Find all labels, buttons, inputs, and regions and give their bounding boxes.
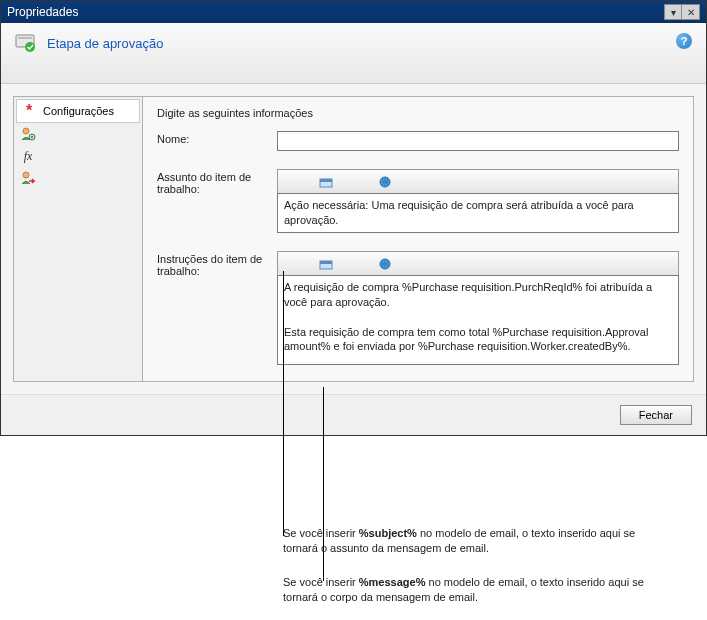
titlebar-controls: ▾ ✕ bbox=[664, 4, 700, 20]
name-input[interactable] bbox=[277, 131, 679, 151]
name-label: Nome: bbox=[157, 131, 267, 145]
callout-text: Se você inserir bbox=[283, 576, 359, 588]
header: Etapa de aprovação ? bbox=[1, 23, 706, 84]
sidebar-item-configurations[interactable]: * Configurações bbox=[16, 99, 140, 123]
callout-bold: %message% bbox=[359, 576, 426, 588]
insert-link-icon[interactable] bbox=[376, 256, 394, 272]
callout-subject: Se você inserir %subject% no modelo de e… bbox=[283, 526, 653, 556]
minimize-button[interactable]: ▾ bbox=[664, 4, 682, 20]
subject-row: Assunto do item de trabalho: bbox=[157, 169, 679, 233]
svg-point-2 bbox=[25, 42, 35, 52]
instructions-row: Instruções do item de trabalho: bbox=[157, 251, 679, 365]
sidebar-nav: * Configurações fx bbox=[13, 96, 143, 382]
sidebar-item-users[interactable] bbox=[16, 123, 140, 145]
properties-window: Propriedades ▾ ✕ Etapa de aprovação ? * bbox=[0, 0, 707, 436]
subject-toolbar bbox=[277, 169, 679, 193]
sidebar-item-fx[interactable]: fx bbox=[16, 145, 140, 167]
subject-textarea[interactable] bbox=[277, 193, 679, 233]
name-row: Nome: bbox=[157, 131, 679, 151]
titlebar: Propriedades ▾ ✕ bbox=[1, 1, 706, 23]
main-panel: Digite as seguintes informações Nome: As… bbox=[143, 96, 694, 382]
header-left: Etapa de aprovação bbox=[15, 33, 163, 53]
instructions-textarea[interactable] bbox=[277, 275, 679, 365]
sidebar-item-assign[interactable] bbox=[16, 167, 140, 189]
svg-rect-10 bbox=[320, 261, 332, 264]
svg-rect-1 bbox=[18, 37, 32, 39]
sidebar-item-label: Configurações bbox=[43, 105, 114, 117]
close-window-button[interactable]: ✕ bbox=[682, 4, 700, 20]
footer: Fechar bbox=[1, 394, 706, 435]
header-title: Etapa de aprovação bbox=[47, 36, 163, 51]
section-heading: Digite as seguintes informações bbox=[157, 107, 679, 119]
svg-point-3 bbox=[23, 128, 29, 134]
insert-link-icon[interactable] bbox=[376, 174, 394, 190]
insert-field-icon[interactable] bbox=[318, 174, 336, 190]
content: * Configurações fx Digite as seguintes i… bbox=[1, 84, 706, 394]
subject-label: Assunto do item de trabalho: bbox=[157, 169, 267, 195]
instructions-toolbar bbox=[277, 251, 679, 275]
annotation-line-subject bbox=[283, 271, 284, 536]
callout-text: Se você inserir bbox=[283, 527, 359, 539]
window-title: Propriedades bbox=[7, 5, 78, 19]
approval-step-icon bbox=[15, 33, 39, 53]
svg-rect-7 bbox=[320, 179, 332, 182]
help-icon[interactable]: ? bbox=[676, 33, 692, 49]
asterisk-icon: * bbox=[21, 103, 37, 119]
insert-field-icon[interactable] bbox=[318, 256, 336, 272]
user-assign-icon bbox=[20, 170, 36, 186]
instructions-label: Instruções do item de trabalho: bbox=[157, 251, 267, 277]
user-icon bbox=[20, 126, 36, 142]
callout-message: Se você inserir %message% no modelo de e… bbox=[283, 575, 653, 605]
close-button[interactable]: Fechar bbox=[620, 405, 692, 425]
function-icon: fx bbox=[20, 148, 36, 164]
svg-point-5 bbox=[23, 172, 29, 178]
callout-bold: %subject% bbox=[359, 527, 417, 539]
